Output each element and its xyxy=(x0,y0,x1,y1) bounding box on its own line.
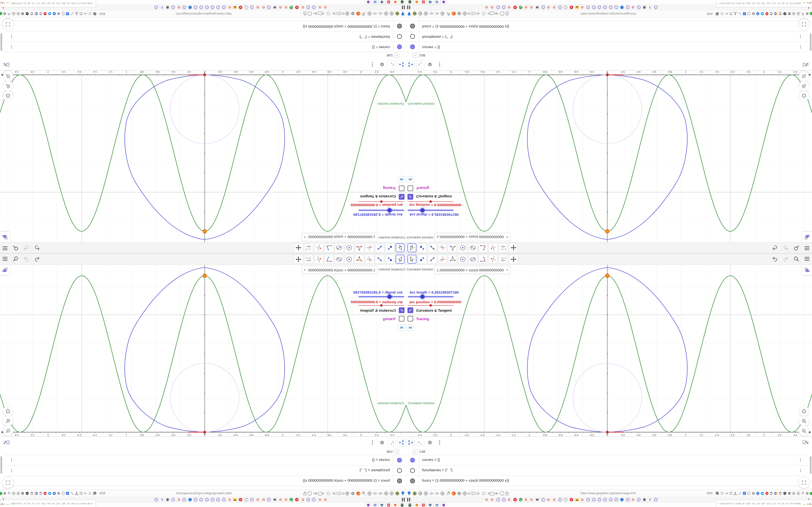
thumb-icon[interactable] xyxy=(796,491,800,495)
tab-favicon-W[interactable]: W xyxy=(272,5,277,10)
kebab-icon[interactable] xyxy=(436,60,444,68)
olive-icon[interactable] xyxy=(412,11,417,16)
tab-favicon-ya[interactable]: Я xyxy=(513,5,517,10)
olive-icon[interactable] xyxy=(395,491,400,496)
chevron-down-icon[interactable]: ▼ xyxy=(302,236,308,238)
zoom-in-button[interactable] xyxy=(3,81,13,91)
tool-move-graphics-view[interactable] xyxy=(509,243,518,252)
dot-small-icon[interactable] xyxy=(341,491,346,496)
thumb-icon[interactable] xyxy=(796,12,800,16)
tab-favicon-img[interactable] xyxy=(575,5,579,10)
tool-point[interactable]: A xyxy=(386,255,394,264)
app-floppy-button[interactable]: 64 xyxy=(434,503,440,507)
tab-favicon-gg[interactable] xyxy=(210,497,215,502)
expand-icon[interactable] xyxy=(94,502,95,505)
tool-line[interactable] xyxy=(428,255,437,264)
tool-circle-center[interactable] xyxy=(345,243,354,252)
tab-favicon-gg[interactable] xyxy=(193,497,198,502)
tool-angle[interactable] xyxy=(324,255,334,264)
graphics-view[interactable]: -2.4-2.2-2-1.8-1.6-1.4-1.2-1-0.8-0.6-0.4… xyxy=(0,70,406,242)
kebab-icon[interactable] xyxy=(798,44,803,50)
function-input[interactable]: 1.000000000000 + cos(4.000000000000 x) ▼ xyxy=(302,233,377,241)
translate-blue-icon[interactable]: A xyxy=(65,12,69,16)
square-small-icon[interactable] xyxy=(326,491,331,496)
home-button[interactable] xyxy=(3,91,13,101)
red-circle-icon[interactable]: SEP xyxy=(765,491,769,495)
tab-favicon-gg[interactable] xyxy=(603,5,607,10)
arc-length-slider[interactable] xyxy=(408,210,454,211)
tab-favicon-info[interactable]: i xyxy=(563,5,568,10)
shield-u-icon[interactable]: U xyxy=(783,12,787,16)
firefox-icon[interactable] xyxy=(356,11,361,16)
tab-favicon-gg[interactable] xyxy=(609,5,613,10)
thumb-icon[interactable] xyxy=(12,491,16,495)
dot-small-icon[interactable] xyxy=(476,11,481,16)
tab-favicon-gg[interactable] xyxy=(221,5,226,10)
tab-favicon-G[interactable]: G xyxy=(580,497,585,502)
red-circle-icon[interactable]: SEP xyxy=(43,491,47,495)
app-monitor-button[interactable] xyxy=(427,0,434,4)
tool-slider[interactable]: a = 2 xyxy=(304,243,313,252)
tab-favicon-dark-gear[interactable] xyxy=(165,5,170,10)
tab-favicon-gg[interactable] xyxy=(311,497,316,502)
tab-favicon-gg[interactable] xyxy=(625,5,630,10)
app-book-button[interactable] xyxy=(399,503,406,507)
gear-icon[interactable] xyxy=(751,12,755,16)
oval-zero-icon[interactable]: 0 xyxy=(747,491,751,495)
brush-icon[interactable] xyxy=(70,491,74,495)
tab-favicon-gg[interactable] xyxy=(171,5,175,10)
trash-icon[interactable] xyxy=(39,491,43,495)
tab-favicon-G[interactable]: G xyxy=(317,497,322,502)
expand-icon[interactable] xyxy=(94,2,95,5)
arrow-right-icon[interactable] xyxy=(84,491,88,495)
tab-favicon-G[interactable]: G xyxy=(631,497,636,502)
tab-favicon-gg[interactable] xyxy=(637,497,641,502)
shield-g-icon[interactable] xyxy=(20,12,24,16)
tab-favicon-dark-gear[interactable] xyxy=(642,5,647,10)
fullscreen-button[interactable] xyxy=(799,477,810,488)
app-floppy-button[interactable]: 64 xyxy=(372,503,378,507)
graphics-view[interactable]: -2.4-2.2-2-1.8-1.6-1.4-1.2-1-0.8-0.6-0.4… xyxy=(406,70,812,242)
tool-move[interactable] xyxy=(396,243,405,252)
gear-icon[interactable] xyxy=(57,491,61,495)
tab-favicon-W[interactable]: W xyxy=(535,5,540,10)
tab-favicon-G[interactable]: G xyxy=(261,497,266,502)
home-button[interactable] xyxy=(3,406,13,416)
tab-favicon-G[interactable]: G xyxy=(255,497,260,502)
tool-perpendicular-line[interactable] xyxy=(365,243,374,252)
tab-favicon-gg[interactable] xyxy=(496,497,501,502)
gear-icon[interactable] xyxy=(457,11,462,16)
globe-icon[interactable] xyxy=(792,491,796,495)
tool-line[interactable] xyxy=(375,255,384,264)
collapse-icon[interactable] xyxy=(413,449,418,454)
wrench-icon[interactable] xyxy=(7,12,11,16)
translate-dark-icon[interactable]: A xyxy=(93,12,97,16)
algebra-row-1[interactable]: curves = {} xyxy=(406,455,808,465)
gear-icon[interactable] xyxy=(378,60,386,68)
undo-icon[interactable] xyxy=(34,245,40,251)
tab-favicon-gg[interactable] xyxy=(558,5,562,10)
brush-icon[interactable] xyxy=(70,12,74,16)
lock-icon[interactable] xyxy=(504,11,510,16)
tab-favicon-gg[interactable] xyxy=(266,5,271,10)
redo-icon[interactable] xyxy=(782,245,789,251)
tab-favicon-gg[interactable] xyxy=(586,497,591,502)
menu-icon[interactable] xyxy=(804,256,810,262)
dot-small-icon[interactable] xyxy=(331,11,336,16)
tool-move[interactable] xyxy=(407,255,416,264)
undo-icon[interactable] xyxy=(772,245,778,251)
reload-icon[interactable] xyxy=(79,12,83,16)
skip-next-button[interactable] xyxy=(406,324,414,331)
tab-favicon-gg[interactable] xyxy=(637,5,641,10)
tab-favicon-gg[interactable] xyxy=(199,497,203,502)
y-balloon-icon[interactable] xyxy=(400,11,406,16)
tab-favicon-G[interactable]: G xyxy=(552,497,557,502)
tab-favicon-gg[interactable] xyxy=(609,497,613,502)
tool-reflect[interactable] xyxy=(489,243,498,252)
oval-zero-icon[interactable]: 0 xyxy=(61,12,65,16)
tab-favicon-G[interactable]: G xyxy=(507,497,512,502)
app-monitor-button[interactable] xyxy=(427,503,434,507)
tab-favicon-gg[interactable] xyxy=(250,497,254,502)
tab-favicon-gg[interactable] xyxy=(654,5,658,10)
tab-favicon-gg[interactable] xyxy=(597,497,602,502)
